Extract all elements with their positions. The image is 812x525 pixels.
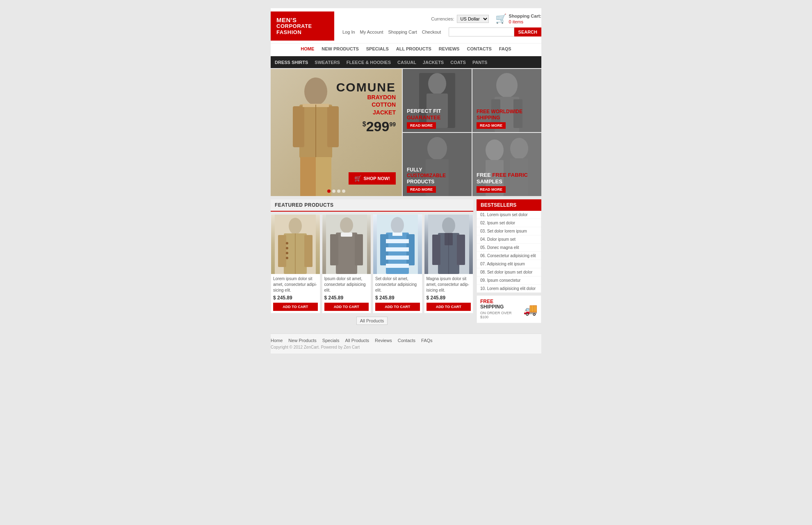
footer-faqs[interactable]: FAQs <box>421 338 433 343</box>
add-to-cart-btn-3[interactable]: ADD TO CART <box>375 303 420 311</box>
svg-rect-31 <box>304 235 312 267</box>
currency-label: Currencies: <box>431 16 454 21</box>
footer-reviews[interactable]: Reviews <box>375 338 392 343</box>
logo[interactable]: MEN'S CORPORATE FASHION <box>271 11 334 41</box>
hero-subtitle-3: JACKET <box>336 109 396 116</box>
product-desc-2: Ipsum dolor sit amet, consectetur adipis… <box>322 274 371 294</box>
cat-sweaters[interactable]: SWEATERS <box>315 60 340 65</box>
category-nav: DRESS SHIRTS SWEATERS FLEECE & HOODIES C… <box>271 56 541 68</box>
cat-dress-shirts[interactable]: DRESS SHIRTS <box>275 60 308 65</box>
bestsellers-title: BESTSELLERS <box>477 199 541 211</box>
product-price-1: $ 245.89 <box>271 294 320 301</box>
footer-contacts[interactable]: Contacts <box>398 338 415 343</box>
footer-new-products[interactable]: New Products <box>288 338 316 343</box>
search-button[interactable]: SEARCH <box>514 27 541 37</box>
svg-point-54 <box>442 217 455 234</box>
featured-title: FEATURED PRODUCTS <box>271 199 473 212</box>
cat-casual[interactable]: CASUAL <box>397 60 416 65</box>
footer-all-products[interactable]: All Products <box>345 338 369 343</box>
svg-point-20 <box>427 137 447 160</box>
shop-now-button[interactable]: 🛒 SHOP NOW! <box>349 172 396 185</box>
hero-subtitle-1: BRAYDON <box>336 94 396 101</box>
nav-specials[interactable]: SPECIALS <box>366 46 389 51</box>
svg-rect-40 <box>330 234 338 265</box>
footer-home[interactable]: Home <box>271 338 283 343</box>
bestseller-item-10[interactable]: 10. Lorem adipisicing elit dolor <box>477 285 541 292</box>
bestseller-item-7[interactable]: 07. Adipisicing elit ipsum <box>477 260 541 268</box>
hero-grid-item-2: FREE WORLDWIDE SHIPPING READ MORE <box>472 69 541 132</box>
hero-grid-item-1: PERFECT FIT GUARANTEE READ MORE <box>403 69 472 132</box>
hero-grid-title-4: FREE FREE FABRIC SAMPLES <box>477 172 537 185</box>
product-desc-1: Lorem ipsum dolor sit amet, consectetur … <box>271 274 320 294</box>
product-price-4: $ 245.89 <box>424 294 473 301</box>
nav-shopping-cart[interactable]: Shopping Cart <box>388 30 417 34</box>
product-card-1: Lorem ipsum dolor sit amet, consectetur … <box>271 214 320 313</box>
cat-coats[interactable]: COATS <box>450 60 466 65</box>
add-to-cart-btn-1[interactable]: ADD TO CART <box>273 303 318 311</box>
product-card-3: Set dolor sit amet, consectetur adipisic… <box>373 214 422 313</box>
bestseller-item-9[interactable]: 09. Ipsum consectetur <box>477 276 541 285</box>
product-desc-3: Set dolor sit amet, consectetur adipisic… <box>373 274 422 294</box>
bestseller-item-2[interactable]: 02. Ipsum set dolor <box>477 219 541 227</box>
cart-label: Shopping Cart: <box>509 14 541 18</box>
svg-point-0 <box>304 78 327 105</box>
hero-grid-title-1: PERFECT FIT GUARANTEE <box>407 108 468 121</box>
svg-rect-49 <box>386 247 409 251</box>
product-image-1 <box>271 215 320 274</box>
product-desc-4: Magna ipsum dolor sit amet, consectetur … <box>424 274 473 294</box>
bestseller-item-5[interactable]: 05. Donec magna elit <box>477 244 541 252</box>
bestseller-item-4[interactable]: 04. Dolor ipsum set <box>477 235 541 244</box>
nav-login[interactable]: Log In <box>342 30 355 34</box>
svg-rect-30 <box>278 235 286 267</box>
hero-price: $29999 <box>336 119 396 135</box>
search-input[interactable] <box>449 27 514 37</box>
hero-dot-1[interactable] <box>327 189 331 193</box>
shipping-label: SHIPPING <box>480 304 504 310</box>
cat-jackets[interactable]: JACKETS <box>423 60 444 65</box>
read-more-btn-1[interactable]: READ MORE <box>407 122 436 129</box>
nav-faqs[interactable]: FAQS <box>499 46 511 51</box>
nav-new-products[interactable]: NEW PRODUCTS <box>322 46 358 51</box>
cat-fleece[interactable]: FLEECE & HOODIES <box>347 60 391 65</box>
svg-rect-48 <box>386 239 409 243</box>
read-more-btn-2[interactable]: READ MORE <box>477 122 506 129</box>
all-products-link[interactable]: All Products <box>356 317 388 325</box>
footer-specials[interactable]: Specials <box>322 338 340 343</box>
cat-pants[interactable]: PANTS <box>472 60 487 65</box>
bestseller-item-3[interactable]: 03. Set dolor lorem ipsum <box>477 227 541 235</box>
read-more-btn-4[interactable]: READ MORE <box>477 186 506 193</box>
nav-contacts[interactable]: CONTACTS <box>467 46 491 51</box>
nav-checkout[interactable]: Checkout <box>422 30 441 34</box>
nav-my-account[interactable]: My Account <box>360 30 383 34</box>
currency-select[interactable]: US Dollar <box>457 15 489 23</box>
add-to-cart-btn-4[interactable]: ADD TO CART <box>427 303 471 311</box>
shipping-condition: ON ORDER OVER $100 <box>480 311 512 320</box>
hero-grid-title-2: FREE WORLDWIDE SHIPPING <box>477 109 537 121</box>
svg-point-36 <box>286 257 288 259</box>
svg-point-28 <box>289 218 302 234</box>
svg-rect-50 <box>386 256 409 260</box>
hero-grid-title-3: FULLY CUSTOMIZABLE PRODUCTS <box>407 167 468 185</box>
hero-product-name: COMUNE <box>336 81 396 94</box>
hero-dot-2[interactable] <box>332 189 335 193</box>
nav-home[interactable]: HOME <box>301 46 314 51</box>
read-more-btn-3[interactable]: READ MORE <box>407 186 436 193</box>
hero-grid-item-3: FULLY CUSTOMIZABLE PRODUCTS READ MORE <box>403 133 472 196</box>
svg-rect-42 <box>341 233 352 237</box>
svg-point-25 <box>510 138 528 159</box>
cart-area[interactable]: 🛒 Shopping Cart: 0 items <box>495 13 541 25</box>
hero-banner: COMUNE BRAYDON COTTON JACKET $29999 🛒 <box>271 69 402 196</box>
nav-reviews[interactable]: REVIEWS <box>439 46 460 51</box>
logo-line2: CORPORATE FASHION <box>276 23 328 36</box>
svg-rect-39 <box>336 233 357 274</box>
bestseller-item-8[interactable]: 08. Set dolor ipsum set dolor <box>477 268 541 276</box>
bestseller-item-1[interactable]: 01. Lorem ipsum set dolor <box>477 211 541 219</box>
add-to-cart-btn-2[interactable]: ADD TO CART <box>324 303 369 311</box>
hero-dot-4[interactable] <box>342 189 345 193</box>
hero-dot-3[interactable] <box>337 189 340 193</box>
svg-rect-51 <box>386 264 409 268</box>
cart-items: 0 items <box>509 19 523 24</box>
nav-all-products[interactable]: ALL PRODUCTS <box>396 46 431 51</box>
svg-point-38 <box>340 217 353 233</box>
bestseller-item-6[interactable]: 06. Consectetur adipisicing elit <box>477 252 541 260</box>
